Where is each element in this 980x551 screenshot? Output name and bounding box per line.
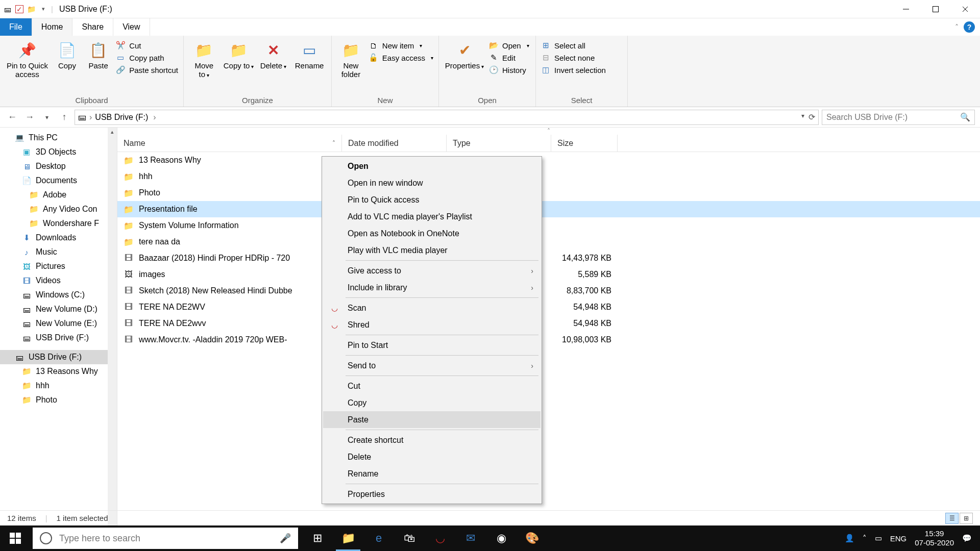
copy-to-button[interactable]: 📁 Copy to▾ bbox=[224, 39, 254, 70]
tab-home[interactable]: Home bbox=[32, 18, 73, 36]
refresh-icon[interactable]: ⟳ bbox=[808, 112, 815, 122]
copy-button[interactable]: 📄 Copy bbox=[54, 39, 81, 70]
open-button[interactable]: 📂Open▾ bbox=[489, 41, 529, 50]
tab-share[interactable]: Share bbox=[72, 18, 113, 36]
start-button[interactable] bbox=[0, 525, 31, 551]
move-to-button[interactable]: 📁 Move to▾ bbox=[189, 39, 219, 79]
tab-view[interactable]: View bbox=[113, 18, 150, 36]
close-button[interactable] bbox=[950, 0, 980, 18]
file-row[interactable]: 🖼images5,589 KB bbox=[117, 266, 980, 283]
ctx-pin-start[interactable]: Pin to Start bbox=[323, 337, 541, 354]
taskbar-chrome[interactable]: ◉ bbox=[486, 525, 517, 551]
easy-access-button[interactable]: 🔓Easy access▾ bbox=[369, 53, 433, 62]
view-icons-button[interactable]: ⊞ bbox=[960, 513, 973, 524]
sidebar-volume-d[interactable]: 🖴New Volume (D:) bbox=[0, 302, 117, 316]
sidebar-hhh[interactable]: 📁hhh bbox=[0, 379, 117, 393]
paste-shortcut-button[interactable]: 🔗Paste shortcut bbox=[116, 65, 178, 74]
file-row[interactable]: 📁Photo bbox=[117, 185, 980, 201]
sidebar-music[interactable]: ♪Music bbox=[0, 245, 117, 259]
taskbar-store[interactable]: 🛍 bbox=[394, 525, 425, 551]
paste-button[interactable]: 📋 Paste bbox=[85, 39, 112, 70]
breadcrumb[interactable]: USB Drive (F:)› bbox=[95, 113, 156, 122]
cut-button[interactable]: ✂️Cut bbox=[116, 41, 178, 50]
taskbar-edge[interactable]: e bbox=[363, 525, 394, 551]
taskbar-mail[interactable]: ✉ bbox=[455, 525, 486, 551]
file-row[interactable]: 🎞Sketch (2018) New Released Hindi Dubbe8… bbox=[117, 283, 980, 299]
ctx-vlc-playlist[interactable]: Add to VLC media player's Playlist bbox=[323, 208, 541, 225]
new-item-button[interactable]: 🗋New item▾ bbox=[369, 41, 433, 50]
forward-button[interactable]: → bbox=[22, 110, 37, 124]
sidebar-this-pc[interactable]: 💻This PC bbox=[0, 131, 117, 145]
sidebar-documents[interactable]: 📄Documents bbox=[0, 173, 117, 188]
ctx-open[interactable]: Open bbox=[323, 158, 541, 174]
help-icon[interactable]: ? bbox=[964, 21, 975, 33]
sidebar-volume-e[interactable]: 🖴New Volume (E:) bbox=[0, 316, 117, 331]
select-none-button[interactable]: ⊟Select none bbox=[541, 53, 606, 62]
file-row[interactable]: 🎞www.Movcr.tv. -Aladdin 2019 720p WEB-10… bbox=[117, 332, 980, 348]
minimize-button[interactable] bbox=[891, 0, 921, 18]
taskbar-paint[interactable]: 🎨 bbox=[517, 525, 547, 551]
mic-icon[interactable]: 🎤 bbox=[280, 533, 291, 544]
copy-path-button[interactable]: ▭Copy path bbox=[116, 53, 178, 62]
sidebar-desktop[interactable]: 🖥Desktop bbox=[0, 159, 117, 173]
tray-notifications-icon[interactable]: 💬 bbox=[962, 534, 972, 543]
file-row[interactable]: 🎞Baazaar (2018) Hindi Proper HDRip - 720… bbox=[117, 250, 980, 266]
tray-battery-icon[interactable]: ▭ bbox=[875, 534, 882, 543]
col-type[interactable]: Type bbox=[447, 135, 551, 152]
ctx-open-new-window[interactable]: Open in new window bbox=[323, 174, 541, 191]
sidebar-downloads[interactable]: ⬇Downloads bbox=[0, 231, 117, 245]
ctx-rename[interactable]: Rename bbox=[323, 465, 541, 482]
tray-up-icon[interactable]: ˄ bbox=[863, 534, 867, 543]
col-date[interactable]: Date modified bbox=[342, 135, 447, 152]
file-row[interactable]: 🎞TERE NA DE2wvv54,948 KB bbox=[117, 315, 980, 332]
history-button[interactable]: 🕑History bbox=[489, 65, 529, 74]
properties-button[interactable]: ✔ Properties▾ bbox=[444, 39, 485, 70]
qat-dropdown[interactable]: ▾ bbox=[39, 5, 48, 14]
quick-access-dropdown[interactable]: ✓ bbox=[15, 5, 23, 13]
new-folder-button[interactable]: 📁 New folder bbox=[337, 39, 365, 79]
rename-button[interactable]: ▭ Rename bbox=[292, 39, 326, 70]
address-dropdown-icon[interactable]: ▾ bbox=[801, 112, 804, 122]
pin-quick-access-button[interactable]: 📌 Pin to Quick access bbox=[5, 39, 50, 79]
sidebar-usb-f2[interactable]: 🖴USB Drive (F:) bbox=[0, 350, 117, 364]
ribbon-collapse-icon[interactable]: ˄ bbox=[955, 23, 959, 31]
taskbar-mcafee[interactable]: ◡ bbox=[425, 525, 455, 551]
ctx-copy[interactable]: Copy bbox=[323, 394, 541, 411]
ctx-cut[interactable]: Cut bbox=[323, 378, 541, 394]
ctx-give-access[interactable]: Give access to› bbox=[323, 262, 541, 279]
tray-language[interactable]: ENG bbox=[890, 534, 907, 543]
ctx-pin-quick[interactable]: Pin to Quick access bbox=[323, 191, 541, 208]
ctx-include-library[interactable]: Include in library› bbox=[323, 279, 541, 296]
file-row[interactable]: 📁Presentation file bbox=[117, 201, 980, 217]
invert-selection-button[interactable]: ◫Invert selection bbox=[541, 65, 606, 74]
taskbar-explorer[interactable]: 📁 bbox=[333, 525, 363, 551]
up-button[interactable]: ↑ bbox=[57, 110, 71, 124]
sidebar-videos[interactable]: 🎞Videos bbox=[0, 273, 117, 288]
ctx-shred[interactable]: ◡Shred bbox=[323, 316, 541, 333]
ctx-scan[interactable]: ◡Scan bbox=[323, 299, 541, 316]
sidebar-windows-c[interactable]: 🖴Windows (C:) bbox=[0, 288, 117, 302]
sidebar-13reasons[interactable]: 📁13 Reasons Why bbox=[0, 364, 117, 379]
sidebar-wondershare[interactable]: 📁Wondershare F bbox=[0, 216, 117, 231]
file-row[interactable]: 📁tere naa da bbox=[117, 234, 980, 250]
ctx-delete[interactable]: Delete bbox=[323, 448, 541, 465]
sidebar-adobe[interactable]: 📁Adobe bbox=[0, 188, 117, 202]
ctx-create-shortcut[interactable]: Create shortcut bbox=[323, 432, 541, 448]
sidebar-3d-objects[interactable]: ▣3D Objects bbox=[0, 145, 117, 159]
ctx-properties[interactable]: Properties bbox=[323, 486, 541, 503]
ctx-onenote[interactable]: Open as Notebook in OneNote bbox=[323, 225, 541, 242]
search-input[interactable]: Search USB Drive (F:) 🔍 bbox=[822, 110, 975, 125]
ctx-vlc-play[interactable]: Play with VLC media player bbox=[323, 242, 541, 259]
sidebar-scrollbar[interactable]: ▴▾ bbox=[108, 128, 117, 536]
sidebar-anyvideo[interactable]: 📁Any Video Con bbox=[0, 202, 117, 216]
file-row[interactable]: 📁13 Reasons Why bbox=[117, 152, 980, 168]
file-row[interactable]: 📁System Volume Information bbox=[117, 217, 980, 234]
select-all-button[interactable]: ⊞Select all bbox=[541, 41, 606, 50]
sidebar-photo[interactable]: 📁Photo bbox=[0, 393, 117, 407]
taskbar-search[interactable]: Type here to search 🎤 bbox=[33, 528, 298, 549]
file-row[interactable]: 🎞TERE NA DE2WV54,948 KB bbox=[117, 299, 980, 315]
maximize-button[interactable] bbox=[921, 0, 950, 18]
recent-dropdown[interactable]: ▾ bbox=[40, 110, 54, 124]
edit-button[interactable]: ✎Edit bbox=[489, 53, 529, 62]
sidebar-usb-f[interactable]: 🖴USB Drive (F:) bbox=[0, 331, 117, 345]
